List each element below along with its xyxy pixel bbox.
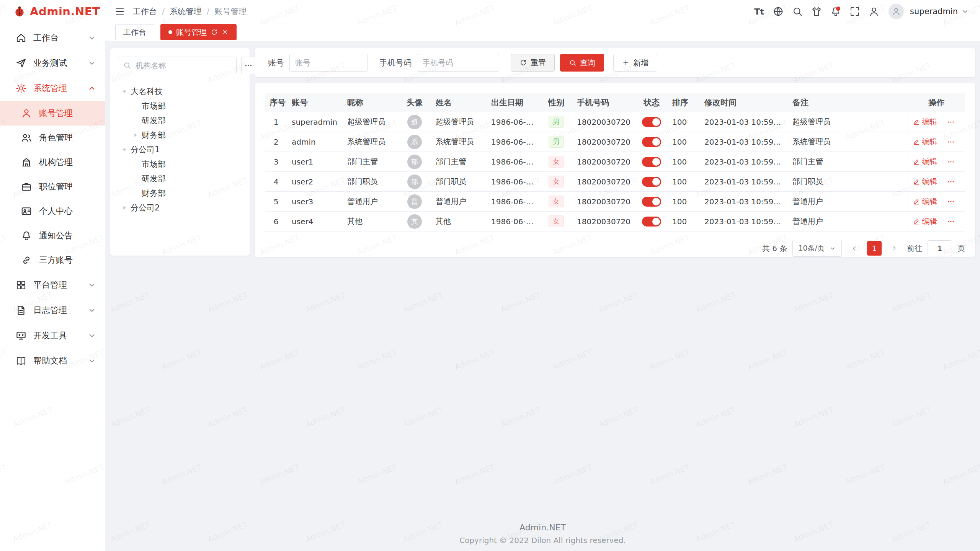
caret-icon[interactable] [121, 88, 128, 95]
row-more-button[interactable] [947, 118, 955, 126]
refresh-icon [211, 29, 218, 36]
sidebar-item-role-mgmt[interactable]: 角色管理 [0, 126, 105, 150]
user-panel-button[interactable] [866, 3, 882, 20]
sidebar: Admin.NET 工作台 业务测试 系统管理 账号管理 [0, 0, 105, 551]
reset-button[interactable]: 重置 [511, 54, 555, 72]
globe-button[interactable] [770, 3, 787, 20]
account-input[interactable] [289, 54, 368, 72]
edit-button[interactable]: 编辑 [913, 156, 938, 167]
sidebar-item-dev-tools[interactable]: 开发工具 [0, 323, 105, 348]
caret-icon[interactable] [132, 132, 139, 139]
breadcrumb-item[interactable]: 系统管理 [170, 6, 202, 17]
row-more-button[interactable] [947, 178, 955, 186]
edit-button[interactable]: 编辑 [913, 176, 938, 187]
page-size-select[interactable]: 10条/页 [792, 240, 842, 257]
user-icon [21, 108, 32, 119]
breadcrumb-item[interactable]: 工作台 [133, 6, 157, 17]
org-search-input[interactable] [135, 60, 232, 70]
globe-icon [773, 6, 784, 17]
font-size-button[interactable]: Tt [751, 3, 768, 20]
tree-node[interactable]: 大名科技 [118, 84, 242, 99]
theme-button[interactable] [808, 3, 825, 20]
tree-node-label: 市场部 [142, 101, 166, 111]
phone-input[interactable] [417, 54, 499, 72]
tree-node-label: 财务部 [142, 188, 166, 199]
sidebar-item-business-test[interactable]: 业务测试 [0, 51, 105, 76]
sidebar-item-workbench[interactable]: 工作台 [0, 25, 105, 51]
sidebar-item-log-mgmt[interactable]: 日志管理 [0, 298, 105, 323]
notification-button[interactable] [827, 3, 844, 20]
row-more-button[interactable] [947, 217, 955, 226]
tree-node-label: 大名科技 [131, 86, 163, 97]
username[interactable]: superadmin [910, 7, 958, 16]
sidebar-item-help-docs[interactable]: 帮助文档 [0, 348, 105, 373]
tree-node[interactable]: 市场部 [118, 99, 242, 113]
add-button[interactable]: 新增 [613, 54, 657, 72]
sidebar-item-platform-mgmt[interactable]: 平台管理 [0, 272, 105, 298]
sidebar-item-account-mgmt[interactable]: 账号管理 [0, 101, 105, 126]
tree-more-button[interactable] [241, 57, 256, 74]
prev-page-button[interactable] [847, 241, 862, 256]
cell-remark: 超级管理员 [788, 112, 908, 132]
col-time: 修改时间 [700, 93, 788, 112]
sidebar-item-org-mgmt[interactable]: 机构管理 [0, 150, 105, 174]
status-toggle[interactable] [642, 177, 661, 187]
status-toggle[interactable] [642, 157, 661, 167]
search-button[interactable]: 查询 [560, 54, 604, 72]
sidebar-item-notice[interactable]: 通知公告 [0, 223, 105, 248]
caret-icon[interactable] [121, 204, 128, 211]
tree-node[interactable]: 财务部 [118, 128, 242, 142]
row-more-button[interactable] [947, 197, 955, 206]
avatar[interactable] [889, 4, 904, 19]
edit-button[interactable]: 编辑 [913, 196, 938, 207]
tree-node[interactable]: 分公司1 [118, 142, 242, 157]
tree-node[interactable]: 研发部 [118, 171, 242, 186]
status-toggle[interactable] [642, 137, 661, 147]
cell-nickname: 系统管理员 [343, 132, 398, 152]
menu-toggle-icon[interactable] [114, 6, 125, 17]
gender-badge: 女 [549, 215, 564, 227]
paper-plane-icon [15, 57, 27, 69]
row-more-button[interactable] [947, 158, 955, 166]
cell-name: 其他 [431, 212, 487, 231]
cell-phone: 18020030720 [572, 112, 635, 132]
main-area: 工作台 / 系统管理 / 账号管理 Tt superadmin [105, 0, 980, 551]
cell-avatar: 部 [398, 152, 431, 172]
search-icon [123, 61, 131, 70]
sidebar-item-system-mgmt[interactable]: 系统管理 [0, 76, 105, 101]
cell-ops: 编辑 [908, 212, 965, 231]
search-button[interactable] [789, 3, 806, 20]
tab-refresh-button[interactable] [211, 29, 218, 36]
status-toggle[interactable] [642, 117, 661, 127]
user-menu-chevron[interactable] [961, 7, 969, 16]
next-page-button[interactable] [887, 241, 902, 256]
status-toggle[interactable] [642, 197, 661, 207]
sidebar-item-position-mgmt[interactable]: 职位管理 [0, 174, 105, 199]
gear-icon [15, 83, 27, 94]
edit-button[interactable]: 编辑 [913, 137, 938, 147]
table-row: 6 user4 其他 其 其他 1986-06-28 女 18020030720… [265, 212, 965, 231]
sidebar-item-third-party-account[interactable]: 三方账号 [0, 248, 105, 272]
edit-button[interactable]: 编辑 [913, 117, 938, 127]
col-nickname: 昵称 [343, 93, 398, 112]
status-toggle[interactable] [642, 217, 661, 227]
edit-button[interactable]: 编辑 [913, 216, 938, 227]
tree-node[interactable]: 分公司2 [118, 201, 242, 215]
tab-account-mgmt[interactable]: 账号管理 [160, 24, 237, 40]
tree-node[interactable]: 财务部 [118, 186, 242, 201]
fullscreen-button[interactable] [846, 3, 863, 20]
row-more-button[interactable] [947, 138, 955, 146]
caret-icon[interactable] [121, 146, 128, 153]
sidebar-item-personal-center[interactable]: 个人中心 [0, 199, 105, 223]
tab-close-button[interactable] [222, 29, 229, 36]
current-page[interactable]: 1 [867, 241, 882, 256]
plus-icon [622, 59, 630, 67]
cell-remark: 普通用户 [788, 212, 908, 231]
tab-workbench[interactable]: 工作台 [115, 24, 154, 40]
tree-node[interactable]: 研发部 [118, 113, 242, 128]
goto-page-input[interactable] [928, 240, 952, 256]
briefcase-icon [21, 181, 32, 192]
cell-nickname: 超级管理员 [343, 112, 398, 132]
tree-node[interactable]: 市场部 [118, 157, 242, 171]
cell-gender: 女 [540, 212, 572, 231]
